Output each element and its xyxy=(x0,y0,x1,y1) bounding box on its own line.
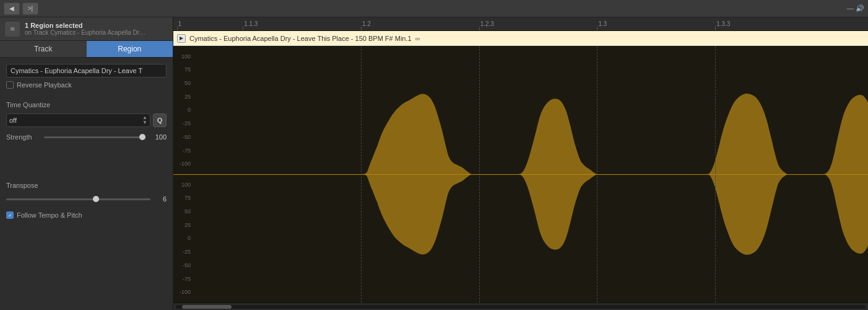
scrollbar-track[interactable] xyxy=(176,305,866,309)
left-panel: ≋ 1 Region selected on Track Cymatics - … xyxy=(0,17,173,310)
track-icon: ≋ xyxy=(5,22,20,37)
tabs-row: Track Region xyxy=(0,41,173,58)
track-info-text: 1 Region selected on Track Cymatics - Eu… xyxy=(25,22,168,36)
follow-tempo-row: ✓ Follow Tempo & Pitch xyxy=(6,211,167,219)
ruler-marks: 1 1.1.3 1.2 1.2.3 1.3 1.3.3 xyxy=(173,17,868,30)
waveform-area: 1 1.1.3 1.2 1.2.3 1.3 1.3.3 xyxy=(173,17,868,310)
quantize-row: off ▲ ▼ Q xyxy=(6,113,167,127)
main-area: ≋ 1 Region selected on Track Cymatics - … xyxy=(0,17,868,310)
strength-row: Strength 100 xyxy=(6,133,167,141)
region-play-button[interactable]: ▶ xyxy=(177,34,186,43)
db-labels-top: 100 75 50 25 0 -25 -50 -75 -100 xyxy=(173,46,192,174)
ruler-mark-1-2: 1.2 xyxy=(361,17,371,30)
ruler-mark-1-2-3: 1.2.3 xyxy=(479,17,494,30)
ruler-mark-1-1-3: 1.1.3 xyxy=(243,17,258,30)
strength-label: Strength xyxy=(6,133,40,141)
quantize-q-button[interactable]: Q xyxy=(153,113,167,127)
regions-selected-label: 1 Region selected xyxy=(25,22,168,29)
track-header-info: ≋ 1 Region selected on Track Cymatics - … xyxy=(0,17,173,41)
quantize-arrows: ▲ ▼ xyxy=(142,115,147,125)
ruler-mark-1-3: 1.3 xyxy=(597,17,607,30)
tab-region[interactable]: Region xyxy=(87,41,173,57)
ruler-mark-1-3-3: 1.3.3 xyxy=(715,17,730,30)
region-link-icon: ∞ xyxy=(415,35,420,42)
reverse-checkbox[interactable] xyxy=(6,81,14,89)
follow-tempo-label: Follow Tempo & Pitch xyxy=(17,211,82,219)
transpose-label: Transpose xyxy=(6,182,167,189)
scrollbar-thumb[interactable] xyxy=(182,305,232,309)
region-title: Cymatics - Euphoria Acapella Dry - Leave… xyxy=(189,35,412,42)
toolbar-right: — 🔊 xyxy=(847,4,864,12)
ruler-mark-1: 1 xyxy=(177,17,182,30)
strength-value: 100 xyxy=(149,133,167,141)
region-header-bar: ▶ Cymatics - Euphoria Acapella Dry - Lea… xyxy=(173,31,868,46)
transpose-slider[interactable] xyxy=(6,198,150,200)
time-quantize-label: Time Quantize xyxy=(6,101,167,108)
strength-slider[interactable] xyxy=(44,136,145,138)
follow-tempo-checkbox[interactable]: ✓ xyxy=(6,211,14,219)
center-line-bottom xyxy=(173,174,868,175)
timeline-ruler: 1 1.1.3 1.2 1.2.3 1.3 1.3.3 xyxy=(173,17,868,31)
top-toolbar: ◀ >| — 🔊 xyxy=(0,0,868,17)
volume-icon: — 🔊 xyxy=(847,4,864,12)
transpose-value: 6 xyxy=(154,195,167,203)
transpose-row: 6 xyxy=(6,195,167,203)
strength-knob xyxy=(139,134,145,140)
forward-icon: >| xyxy=(28,5,33,12)
track-name-input[interactable] xyxy=(6,64,167,78)
track-name-subtitle: on Track Cymatics - Euphoria Acapella Dr… xyxy=(25,29,149,36)
toolbar-forward-btn[interactable]: >| xyxy=(22,2,38,15)
back-icon: ◀ xyxy=(9,5,14,12)
waveform-canvas[interactable]: 100 75 50 25 0 -25 -50 -75 -100 100 75 5… xyxy=(173,46,868,303)
tab-track[interactable]: Track xyxy=(0,41,87,57)
panel-content: Reverse Playback Time Quantize off ▲ ▼ Q… xyxy=(0,58,173,310)
toolbar-back-btn[interactable]: ◀ xyxy=(4,2,20,15)
quantize-value: off xyxy=(9,117,17,124)
quantize-select[interactable]: off ▲ ▼ xyxy=(6,113,150,127)
transpose-knob xyxy=(93,196,99,202)
db-labels-bottom: 100 75 50 25 0 -25 -50 -75 -100 xyxy=(173,174,192,303)
reverse-row: Reverse Playback xyxy=(6,81,167,89)
waveform-icon: ≋ xyxy=(10,25,15,32)
scrollbar-area xyxy=(173,303,868,310)
reverse-label: Reverse Playback xyxy=(17,81,72,89)
